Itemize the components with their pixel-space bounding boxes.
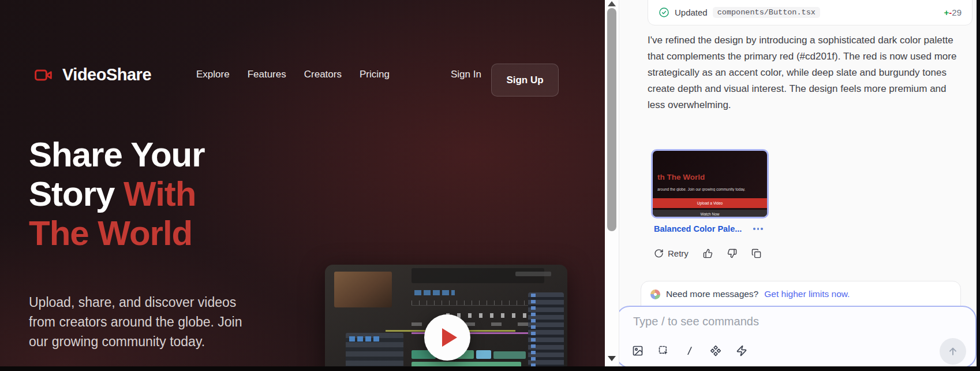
hero-title-line1: Share Your bbox=[29, 135, 205, 174]
usage-pie-icon bbox=[650, 290, 660, 299]
thumb-primary-button: Upload a Video bbox=[653, 198, 767, 208]
message-actions: Retry bbox=[654, 248, 761, 258]
more-options-icon[interactable] bbox=[753, 228, 763, 230]
retry-button[interactable]: Retry bbox=[654, 248, 689, 258]
video-camera-icon bbox=[32, 66, 55, 84]
composer-input[interactable] bbox=[633, 315, 876, 328]
hero-title-line2-accent: With bbox=[124, 175, 196, 213]
hero-title: Share Your Story With The World bbox=[29, 135, 205, 253]
brand-logo[interactable]: VideoShare bbox=[32, 65, 151, 84]
file-chip[interactable]: components/Button.tsx bbox=[713, 7, 820, 18]
nav-link-features[interactable]: Features bbox=[248, 69, 286, 80]
components-icon[interactable] bbox=[710, 345, 721, 357]
screenshot-root: VideoShare Explore Features Creators Pri… bbox=[0, 0, 980, 371]
limits-question: Need more messages? bbox=[666, 289, 758, 299]
diff-plus: + bbox=[944, 8, 949, 17]
thumb-secondary-button: Watch Now bbox=[653, 210, 767, 218]
window-right-edge bbox=[977, 0, 980, 371]
slash-command-icon[interactable] bbox=[684, 345, 695, 357]
limits-link[interactable]: Get higher limits now. bbox=[764, 289, 850, 299]
scrollbar-thumb[interactable] bbox=[607, 8, 616, 231]
zap-icon[interactable] bbox=[736, 345, 747, 357]
artifact-title[interactable]: Balanced Color Pale... bbox=[654, 224, 742, 233]
play-icon bbox=[442, 328, 457, 347]
tool-result-card: Updated components/Button.tsx +-29 bbox=[648, 0, 972, 25]
diff-count: 29 bbox=[952, 8, 962, 17]
window-bottom-edge bbox=[0, 366, 980, 371]
artifact-thumbnail[interactable]: th The World around the globe. Join our … bbox=[651, 149, 769, 218]
nav-link-explore[interactable]: Explore bbox=[196, 69, 230, 80]
chat-composer[interactable] bbox=[619, 306, 977, 366]
main-nav: Explore Features Creators Pricing bbox=[196, 69, 390, 80]
scroll-up-icon[interactable] bbox=[608, 1, 616, 6]
diff-stat: +-29 bbox=[944, 8, 962, 17]
editor-preview-thumbnail bbox=[334, 272, 392, 307]
thumbs-down-button[interactable] bbox=[727, 248, 737, 258]
preview-scrollbar[interactable] bbox=[605, 0, 619, 366]
composer-toolbar bbox=[632, 345, 747, 357]
nav-link-creators[interactable]: Creators bbox=[304, 69, 342, 80]
check-circle-icon bbox=[659, 7, 669, 18]
tool-status-label: Updated bbox=[675, 8, 708, 17]
thumbs-down-icon bbox=[727, 248, 737, 258]
thumbs-up-button[interactable] bbox=[703, 248, 713, 258]
sign-in-link[interactable]: Sign In bbox=[451, 69, 481, 80]
thumb-heading: th The World bbox=[657, 173, 705, 181]
refresh-icon bbox=[654, 248, 664, 258]
nav-link-pricing[interactable]: Pricing bbox=[360, 69, 390, 80]
hero-title-line2-white: Story bbox=[29, 175, 124, 213]
scroll-down-icon[interactable] bbox=[608, 356, 616, 361]
video-editor-screenshot bbox=[325, 265, 567, 366]
send-button[interactable] bbox=[940, 338, 966, 365]
assistant-message: I've refined the design by introducing a… bbox=[648, 32, 966, 113]
thumb-subtext: around the globe. Join our growing commu… bbox=[657, 187, 765, 191]
website-preview-pane: VideoShare Explore Features Creators Pri… bbox=[0, 0, 605, 366]
thumbs-up-icon bbox=[703, 248, 713, 258]
artifact-caption: Balanced Color Pale... bbox=[654, 224, 763, 233]
editor-effects-panel bbox=[528, 292, 564, 366]
retry-label: Retry bbox=[668, 248, 689, 258]
play-button[interactable] bbox=[424, 314, 470, 361]
image-icon[interactable] bbox=[632, 345, 644, 357]
copy-icon bbox=[751, 248, 761, 258]
copy-button[interactable] bbox=[751, 248, 761, 258]
hero-subtitle: Upload, share, and discover videos from … bbox=[29, 292, 262, 351]
box-select-icon[interactable] bbox=[658, 345, 669, 357]
chat-pane: Updated components/Button.tsx +-29 I've … bbox=[619, 0, 977, 366]
arrow-up-icon bbox=[947, 346, 959, 357]
brand-name: VideoShare bbox=[62, 65, 151, 84]
sign-up-button[interactable]: Sign Up bbox=[491, 64, 559, 97]
hero-title-line3-accent: The World bbox=[29, 214, 192, 253]
